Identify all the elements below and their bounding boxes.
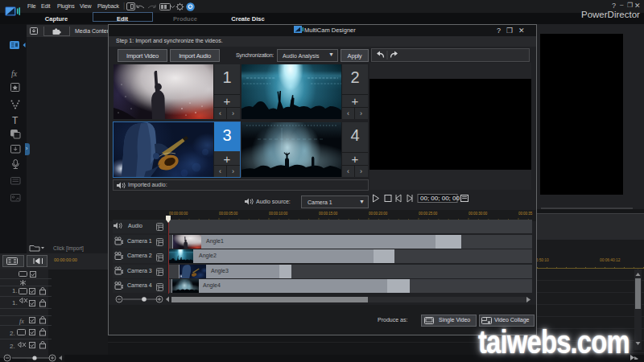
svg-text:T: T [12, 115, 19, 126]
svg-text:fx: fx [19, 318, 24, 325]
svg-text:fx: fx [11, 69, 18, 78]
svg-text:1.: 1. [12, 287, 18, 294]
svg-text:00; 00; 00; 00: 00; 00; 00; 00 [420, 195, 460, 202]
svg-text:1.: 1. [12, 299, 18, 306]
svg-text:2.: 2. [10, 343, 15, 350]
svg-text:2.: 2. [10, 330, 15, 337]
